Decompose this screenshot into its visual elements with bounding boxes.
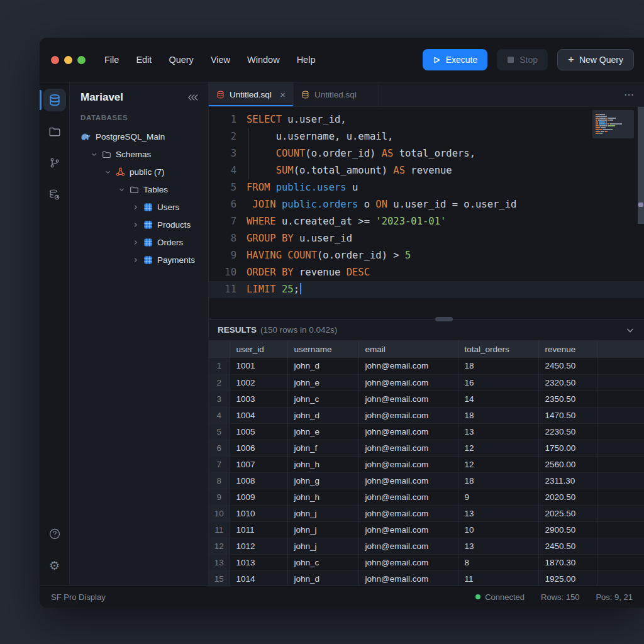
- sidebar-item-postgresql-main[interactable]: PostgreSQL_Main: [70, 128, 208, 145]
- table-row[interactable]: 11001john_djohn@email.com182450.50: [209, 358, 644, 374]
- cell[interactable]: john_d: [287, 358, 358, 374]
- cell[interactable]: john@email.com: [358, 391, 458, 407]
- sidebar-item-products[interactable]: Products: [70, 216, 208, 233]
- cell[interactable]: john@email.com: [358, 456, 458, 472]
- cell[interactable]: 2020.50: [538, 489, 597, 505]
- menu-help[interactable]: Help: [297, 55, 316, 65]
- code-line-10[interactable]: 10ORDER BY revenue DESC: [209, 264, 644, 281]
- sidebar-item-tables[interactable]: Tables: [70, 180, 208, 198]
- cell[interactable]: john_e: [287, 423, 358, 440]
- rail-item-source-control[interactable]: [43, 152, 66, 174]
- menu-view[interactable]: View: [211, 55, 230, 65]
- table-row[interactable]: 31003john_cjohn@email.com142350.50: [209, 391, 644, 407]
- collapse-results-icon[interactable]: [625, 325, 635, 335]
- column-header-username[interactable]: username: [287, 341, 358, 358]
- cell[interactable]: 1002: [230, 374, 287, 391]
- column-header-revenue[interactable]: revenue: [538, 341, 597, 358]
- cell[interactable]: 2230.50: [538, 423, 597, 440]
- column-header-total_orders[interactable]: total_orders: [458, 341, 538, 358]
- menu-query[interactable]: Query: [169, 55, 194, 65]
- cell[interactable]: 14: [458, 391, 538, 407]
- cell[interactable]: john_j: [287, 505, 358, 521]
- rail-item-files[interactable]: [43, 120, 66, 143]
- column-header-user_id[interactable]: user_id: [230, 341, 287, 358]
- menu-file[interactable]: File: [104, 55, 119, 65]
- cell[interactable]: 16: [458, 374, 538, 391]
- tab-overflow-icon[interactable]: ⋯: [624, 89, 644, 101]
- cell[interactable]: 1008: [230, 472, 287, 489]
- stop-button[interactable]: Stop: [497, 49, 548, 70]
- rail-item-databases[interactable]: [43, 89, 66, 111]
- cell[interactable]: john@email.com: [358, 489, 458, 505]
- cell[interactable]: john_f: [287, 440, 358, 456]
- cell[interactable]: 1011: [230, 521, 287, 538]
- cell[interactable]: 2900.50: [538, 521, 597, 538]
- table-row[interactable]: 81008john_gjohn@email.com182311.30: [209, 472, 644, 489]
- traffic-light-close[interactable]: [51, 56, 59, 64]
- cell[interactable]: 2560.00: [538, 456, 597, 472]
- table-row[interactable]: 51005john_ejohn@email.com132230.50: [209, 423, 644, 440]
- cell[interactable]: 1001: [230, 358, 287, 374]
- cell[interactable]: 1870.30: [538, 554, 597, 570]
- code-line-8[interactable]: 8GROUP BY u.user_id: [209, 230, 644, 247]
- column-header-email[interactable]: email: [358, 341, 458, 358]
- sidebar-item-payments[interactable]: Payments: [70, 251, 208, 269]
- chevron-right-icon[interactable]: [131, 204, 139, 211]
- code-line-2[interactable]: 2 u.username, u.email,: [209, 128, 644, 145]
- table-row[interactable]: 111011john_jjohn@email.com102900.50: [209, 521, 644, 538]
- sidebar-item-users[interactable]: Users: [70, 198, 208, 216]
- cell[interactable]: 10: [458, 521, 538, 538]
- cell[interactable]: 1750.00: [538, 440, 597, 456]
- menu-edit[interactable]: Edit: [136, 55, 152, 65]
- cell[interactable]: john_h: [287, 456, 358, 472]
- code-line-5[interactable]: 5FROM public.users u: [209, 179, 644, 196]
- code-line-7[interactable]: 7WHERE u.created_at >= '2023-01-01': [209, 213, 644, 230]
- close-icon[interactable]: ×: [280, 89, 286, 100]
- table-row[interactable]: 71007john_hjohn@email.com122560.00: [209, 456, 644, 472]
- cell[interactable]: 18: [458, 472, 538, 489]
- cell[interactable]: 12: [458, 456, 538, 472]
- chevron-down-icon[interactable]: [118, 186, 125, 193]
- cell[interactable]: 1470.50: [538, 407, 597, 423]
- code-line-9[interactable]: 9HAVING COUNT(o.order_id) > 5: [209, 247, 644, 264]
- code-line-1[interactable]: 1SELECT u.user_id,: [209, 111, 644, 128]
- sidebar-item-schemas[interactable]: Schemas: [70, 145, 208, 163]
- table-row[interactable]: 91009john_hjohn@email.com92020.50: [209, 489, 644, 505]
- cell[interactable]: 2320.50: [538, 374, 597, 391]
- cell[interactable]: john@email.com: [358, 374, 458, 391]
- cell[interactable]: 1012: [230, 538, 287, 554]
- cell[interactable]: 12: [458, 440, 538, 456]
- sidebar-item-public-7[interactable]: public (7): [70, 163, 208, 180]
- cell[interactable]: 1003: [230, 391, 287, 407]
- cell[interactable]: 2311.30: [538, 472, 597, 489]
- traffic-light-zoom[interactable]: [77, 56, 86, 64]
- resize-handle[interactable]: [435, 317, 453, 321]
- cell[interactable]: 13: [458, 423, 538, 440]
- cell[interactable]: 1009: [230, 489, 287, 505]
- cell[interactable]: 1006: [230, 440, 287, 456]
- cell[interactable]: john_e: [287, 374, 358, 391]
- cell[interactable]: john@email.com: [358, 423, 458, 440]
- chevron-down-icon[interactable]: [104, 169, 111, 175]
- chevron-right-icon[interactable]: [131, 257, 139, 264]
- cell[interactable]: 1013: [230, 554, 287, 570]
- cell[interactable]: 1014: [230, 570, 287, 586]
- cell[interactable]: 18: [458, 358, 538, 374]
- tab-2-untitled-sql[interactable]: Untitled.sql: [294, 82, 379, 106]
- table-row[interactable]: 151014john_djohn@email.com111925.00: [209, 570, 644, 586]
- cell[interactable]: john@email.com: [358, 358, 458, 374]
- cell[interactable]: john@email.com: [358, 505, 458, 521]
- cell[interactable]: 1005: [230, 423, 287, 440]
- rail-item-settings[interactable]: ⚙: [43, 554, 66, 577]
- cell[interactable]: 9: [458, 489, 538, 505]
- cell[interactable]: john@email.com: [358, 440, 458, 456]
- cell[interactable]: john_j: [287, 538, 358, 554]
- editor-scrollbar[interactable]: [638, 107, 644, 224]
- cell[interactable]: john_g: [287, 472, 358, 489]
- cell[interactable]: 18: [458, 407, 538, 423]
- new-query-button[interactable]: + New Query: [557, 49, 634, 70]
- table-row[interactable]: 21002john_ejohn@email.com162320.50: [209, 374, 644, 391]
- cell[interactable]: john_h: [287, 489, 358, 505]
- code-line-11[interactable]: 11LIMIT 25;: [209, 281, 644, 298]
- table-row[interactable]: 101010john_jjohn@email.com132025.50: [209, 505, 644, 521]
